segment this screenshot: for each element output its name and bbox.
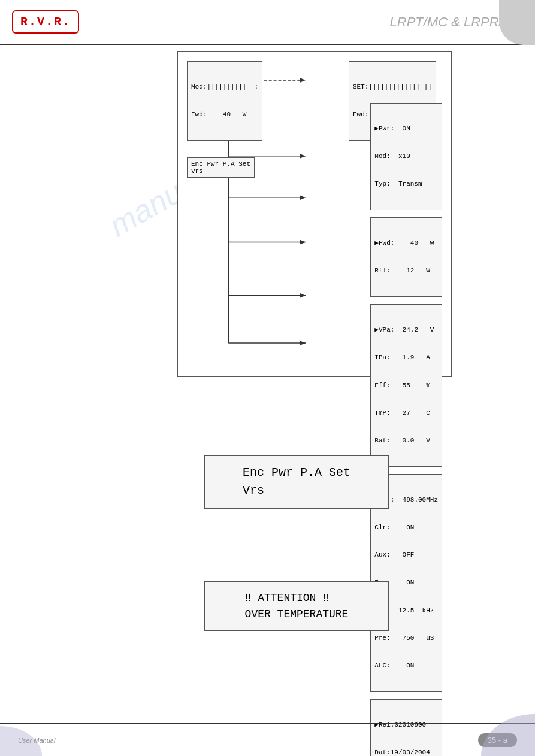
main-diagram: Mod:|||||||||| : Fwd: 40 W SET:|||||||||… (177, 51, 452, 377)
p4-l7: ALC: ON (374, 661, 438, 670)
panel-vpa-ipa: ▶VPa: 24.2 V IPa: 1.9 A Eff: 55 % TmP: 2… (370, 304, 442, 467)
p4-l3: Aux: OFF (374, 551, 438, 560)
svg-marker-8 (300, 195, 306, 200)
mod-fwd-box: Mod:|||||||||| : Fwd: 40 W (187, 61, 262, 141)
enc-line2: Vrs (191, 168, 250, 175)
p4-l2: Clr: ON (374, 523, 438, 532)
menu-line1: Enc Pwr P.A Set (243, 464, 350, 482)
svg-point-15 (481, 714, 535, 756)
enc-pwr-box-diagram: Enc Pwr P.A Set Vrs (187, 157, 255, 178)
fwd-line: Fwd: 40 W (191, 110, 258, 119)
page-footer: User Manual 35 - a (0, 723, 535, 756)
attention-text: ‼ ATTENTION ‼ OVER TEMPERATURE (245, 590, 349, 623)
p3-l3: Eff: 55 % (374, 381, 438, 390)
svg-marker-14 (300, 341, 306, 345)
p1-l3: Typ: Transm (374, 180, 438, 189)
p1-l2: Mod: x10 (374, 152, 438, 161)
p3-l2: IPa: 1.9 A (374, 353, 438, 362)
panel-fwd-rfl: ▶Fwd: 40 W Rfl: 12 W (370, 217, 442, 297)
logo-box: R.V.R. (12, 10, 79, 34)
p1-l1: ▶Pwr: ON (374, 125, 438, 133)
logo-text: R.V.R. (20, 15, 71, 29)
attention-display: ‼ ATTENTION ‼ OVER TEMPERATURE (204, 581, 389, 631)
p3-l5: Bat: 0.0 V (374, 436, 438, 445)
menu-display-text: Enc Pwr P.A Set Vrs (243, 464, 350, 500)
menu-display-standalone: Enc Pwr P.A Set Vrs (204, 455, 389, 509)
p3-l4: TmP: 27 C (374, 409, 438, 418)
svg-point-16 (0, 726, 42, 756)
p3-l1: ▶VPa: 24.2 V (374, 326, 438, 335)
bottom-left-decoration (0, 708, 60, 756)
menu-line2: Vrs (243, 482, 350, 500)
mod-line: Mod:|||||||||| : (191, 83, 258, 92)
p2-l1: ▶Fwd: 40 W (374, 239, 438, 248)
panel-pwr-mod-typ: ▶Pwr: ON Mod: x10 Typ: Transm (370, 103, 442, 210)
p4-l6: Pre: 750 uS (374, 634, 438, 643)
page-header: R.V.R. LRPT/MC & LRPR/MC (0, 0, 535, 45)
attention-line2: OVER TEMPERATURE (245, 606, 349, 623)
set-line1: SET:|||||||||||||||| (353, 83, 432, 92)
svg-marker-10 (300, 240, 306, 245)
enc-line1: Enc Pwr P.A Set (191, 160, 250, 168)
p2-l2: Rfl: 12 W (374, 266, 438, 275)
svg-marker-12 (300, 293, 306, 298)
bottom-right-decoration (463, 684, 535, 756)
attention-line1: ‼ ATTENTION ‼ (245, 590, 349, 606)
